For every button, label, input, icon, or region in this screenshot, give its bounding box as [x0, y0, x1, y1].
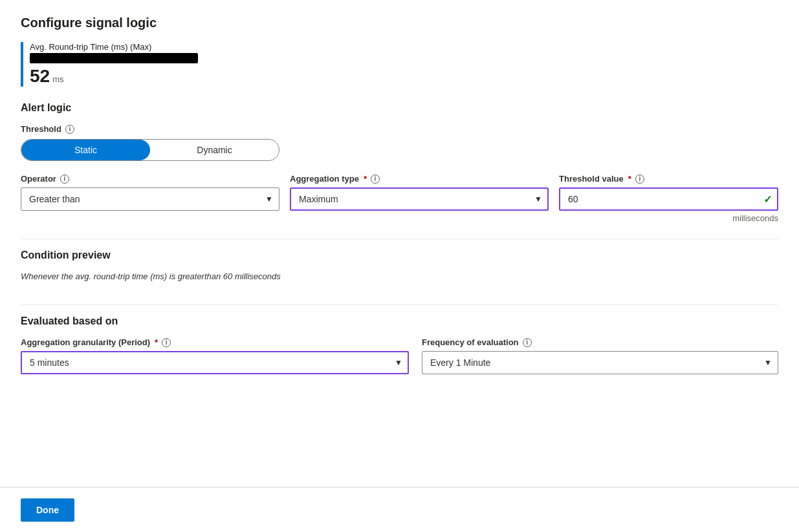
evaluated-fields-row: Aggregation granularity (Period) * i 1 m… — [21, 337, 778, 374]
threshold-required-star: * — [628, 174, 631, 184]
threshold-check-icon: ✓ — [763, 193, 772, 206]
threshold-info-icon[interactable]: i — [65, 125, 74, 134]
alert-logic-title: Alert logic — [21, 102, 778, 114]
aggregation-required-star: * — [364, 174, 367, 184]
frequency-select[interactable]: Every 1 Minute Every 5 Minutes Every 15 … — [422, 351, 778, 374]
operator-select-wrapper: Greater than Greater than or equal to Le… — [21, 187, 279, 211]
aggregation-type-field-group: Aggregation type * i Average Maximum Min… — [290, 174, 549, 223]
aggregation-granularity-select[interactable]: 1 minute 5 minutes 15 minutes 30 minutes… — [21, 351, 409, 374]
metric-resource: networkwatcher — [30, 53, 198, 63]
aggregation-type-label: Aggregation type * i — [290, 174, 549, 184]
aggregation-granularity-field-group: Aggregation granularity (Period) * i 1 m… — [21, 337, 409, 374]
metric-header: Avg. Round-trip Time (ms) (Max) networkw… — [21, 42, 778, 87]
aggregation-info-icon[interactable]: i — [371, 175, 380, 184]
threshold-value-input-wrapper: ✓ — [559, 187, 778, 211]
granularity-required-star: * — [155, 337, 158, 347]
frequency-select-wrapper: Every 1 Minute Every 5 Minutes Every 15 … — [422, 351, 778, 374]
static-toggle-button[interactable]: Static — [21, 140, 150, 160]
metric-name: Avg. Round-trip Time (ms) (Max) — [30, 42, 198, 52]
evaluated-based-on-section: Evaluated based on Aggregation granulari… — [21, 315, 778, 374]
aggregation-granularity-select-wrapper: 1 minute 5 minutes 15 minutes 30 minutes… — [21, 351, 409, 374]
granularity-info-icon[interactable]: i — [162, 338, 171, 347]
threshold-value-field-group: Threshold value * i ✓ milliseconds — [559, 174, 778, 223]
threshold-label: Threshold — [21, 124, 61, 134]
operator-field-group: Operator i Greater than Greater than or … — [21, 174, 279, 223]
alert-fields-row: Operator i Greater than Greater than or … — [21, 174, 778, 223]
threshold-label-row: Threshold i — [21, 124, 778, 134]
condition-preview-section: Condition preview Whenever the avg. roun… — [21, 250, 778, 281]
divider-2 — [21, 304, 778, 305]
metric-number: 52 — [30, 66, 50, 87]
bottom-bar: Done — [0, 487, 799, 532]
metric-value: 52 ms — [30, 66, 198, 87]
done-button[interactable]: Done — [21, 498, 74, 522]
alert-logic-section: Alert logic Threshold i Static Dynamic O… — [21, 102, 778, 228]
aggregation-granularity-label: Aggregation granularity (Period) * i — [21, 337, 409, 347]
frequency-info-icon[interactable]: i — [523, 338, 532, 347]
metric-unit: ms — [52, 74, 63, 84]
threshold-value-input[interactable] — [559, 187, 778, 211]
aggregation-type-select-wrapper: Average Maximum Minimum Total ▼ — [290, 187, 549, 211]
milliseconds-label: milliseconds — [559, 213, 778, 223]
frequency-label: Frequency of evaluation i — [422, 337, 778, 347]
threshold-value-info-icon[interactable]: i — [635, 175, 644, 184]
operator-info-icon[interactable]: i — [60, 175, 69, 184]
threshold-value-label: Threshold value * i — [559, 174, 778, 184]
frequency-field-group: Frequency of evaluation i Every 1 Minute… — [422, 337, 778, 374]
threshold-toggle[interactable]: Static Dynamic — [21, 139, 279, 161]
condition-preview-title: Condition preview — [21, 250, 778, 261]
condition-preview-text: Whenever the avg. round-trip time (ms) i… — [21, 271, 778, 281]
divider-1 — [21, 239, 778, 239]
operator-label: Operator i — [21, 174, 279, 184]
operator-select[interactable]: Greater than Greater than or equal to Le… — [21, 187, 279, 211]
dynamic-toggle-button[interactable]: Dynamic — [150, 140, 279, 160]
page-title: Configure signal logic — [21, 16, 778, 30]
aggregation-type-select[interactable]: Average Maximum Minimum Total — [290, 187, 549, 211]
evaluated-based-on-title: Evaluated based on — [21, 315, 778, 327]
